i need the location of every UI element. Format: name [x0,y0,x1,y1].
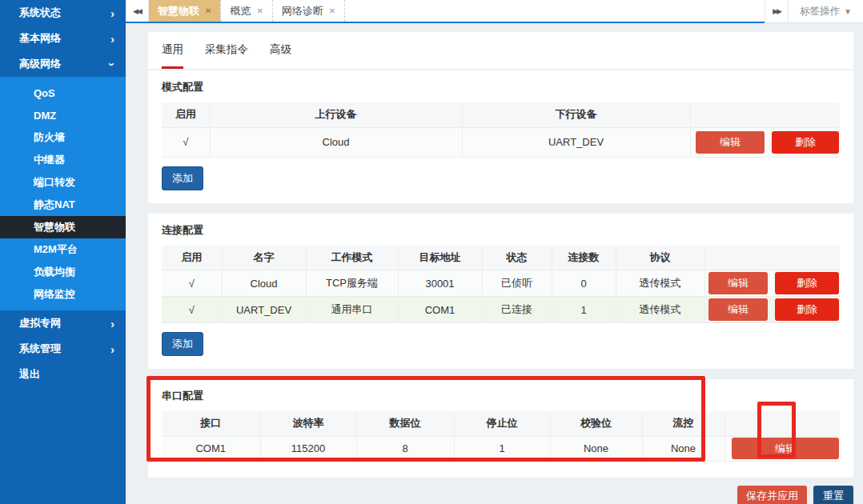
tab-network-diagnosis[interactable]: 网络诊断 ✕ [273,0,345,22]
tab-overview[interactable]: 概览 ✕ [220,0,272,22]
edit-button[interactable]: 编辑 [696,131,765,154]
sidebar-item-network-monitor[interactable]: 网络监控 [0,283,126,306]
protocol-value: 透传模式 [616,270,704,297]
tab-general[interactable]: 通用 [162,42,183,69]
close-icon[interactable]: ✕ [256,7,263,15]
tab-advanced[interactable]: 高级 [270,42,291,69]
name-value: UART_DEV [222,297,306,323]
reset-button[interactable]: 重置 [813,486,853,504]
sidebar-item-label: 退出 [19,367,40,382]
sidebar-item-dmz[interactable]: DMZ [0,104,126,126]
enable-check: √ [162,270,222,297]
chevron-down-icon: › [106,62,118,66]
tab-operations-dropdown[interactable]: 标签操作 ▼ [788,0,863,22]
target-address-value: COM1 [398,297,482,323]
tab-label: 网络诊断 [282,4,323,18]
col-data-bits: 数据位 [356,411,454,436]
tab-label: 智慧物联 [158,4,199,18]
tab-smart-iot[interactable]: 智慧物联 ✕ [149,0,220,22]
mode-config-table: 启用 上行设备 下行设备 √ Cloud UART_DEV 编辑 [162,102,840,158]
mode-config-section: 模式配置 启用 上行设备 下行设备 √ Cloud UART_DEV [148,70,853,203]
col-interface: 接口 [162,411,260,436]
sidebar: 系统状态 › 基本网络 › 高级网络 › QoS DMZ 防火墙 中继器 端口转… [0,0,126,504]
uplink-device-value: Cloud [210,127,462,157]
tab-label: 概览 [230,4,251,18]
sidebar-item-qos[interactable]: QoS [0,82,126,104]
sidebar-item-static-nat[interactable]: 静态NAT [0,194,126,216]
close-icon[interactable]: ✕ [205,7,211,15]
sidebar-item-firewall[interactable]: 防火墙 [0,126,126,149]
scroll-tabs-left-button[interactable]: ◀◀ [126,0,149,22]
sidebar-item-label: 系统管理 [19,342,61,356]
connection-count-value: 0 [552,270,616,297]
delete-button[interactable]: 删除 [775,272,839,294]
double-chevron-left-icon: ◀◀ [133,7,141,15]
table-row: √ Cloud TCP服务端 30001 已侦听 0 透传模式 编辑 删除 [162,270,840,297]
sidebar-item-system-status[interactable]: 系统状态 › [0,0,126,26]
sidebar-item-logout[interactable]: 退出 [0,362,126,387]
col-enable: 启用 [162,246,222,270]
col-flow-control: 流控 [642,411,725,436]
parity-value: None [550,436,642,461]
table-row: √ UART_DEV 通用串口 COM1 已连接 1 透传模式 编辑 删除 [162,297,840,323]
edit-serial-button[interactable]: 编辑 [732,438,839,459]
sidebar-item-label: 基本网络 [19,31,61,46]
close-icon[interactable]: ✕ [329,7,335,15]
col-downlink-device: 下行设备 [462,102,690,127]
name-value: Cloud [222,270,306,297]
tab-collect-commands[interactable]: 采集指令 [205,42,248,69]
main-area: ◀◀ 智慧物联 ✕ 概览 ✕ 网络诊断 ✕ ▶▶ 标签操作 ▼ [126,0,863,504]
table-header-row: 启用 上行设备 下行设备 [162,102,840,127]
sidebar-item-basic-network[interactable]: 基本网络 › [0,26,126,51]
col-connection-count: 连接数 [552,246,616,270]
chevron-right-icon: › [110,7,114,19]
delete-button[interactable]: 删除 [772,131,839,154]
table-row: COM1 115200 8 1 None None 编辑 [162,436,840,461]
sidebar-item-port-forward[interactable]: 端口转发 [0,171,126,194]
edit-button[interactable]: 编辑 [708,272,768,294]
chevron-down-icon: ▼ [844,7,852,16]
sidebar-item-label: 系统状态 [19,6,61,20]
save-and-apply-button[interactable]: 保存并应用 [737,486,807,504]
delete-button[interactable]: 删除 [775,298,839,321]
section-title: 连接配置 [162,223,840,238]
status-value: 已侦听 [482,270,552,297]
col-enable: 启用 [162,102,210,127]
sidebar-item-repeater[interactable]: 中继器 [0,149,126,171]
double-chevron-right-icon: ▶▶ [773,7,781,15]
interface-value: COM1 [162,436,260,461]
stop-bits-value: 1 [454,436,550,461]
work-mode-value: 通用串口 [306,297,398,323]
table-header-row: 启用 名字 工作模式 目标地址 状态 连接数 协议 [162,246,840,270]
downlink-device-value: UART_DEV [462,127,690,157]
table-header-row: 接口 波特率 数据位 停止位 校验位 流控 [162,411,840,436]
sidebar-item-system-admin[interactable]: 系统管理 › [0,336,126,362]
sidebar-item-smart-iot[interactable]: 智慧物联 [0,216,126,238]
add-button[interactable]: 添加 [162,332,203,356]
data-bits-value: 8 [356,436,454,461]
top-tab-bar: ◀◀ 智慧物联 ✕ 概览 ✕ 网络诊断 ✕ ▶▶ 标签操作 ▼ [126,0,863,23]
col-uplink-device: 上行设备 [210,102,462,127]
col-status: 状态 [482,246,552,270]
sidebar-item-advanced-network[interactable]: 高级网络 › [0,51,126,77]
connection-config-table: 启用 名字 工作模式 目标地址 状态 连接数 协议 √ Cloud TCP服务 [162,246,840,324]
connection-count-value: 1 [552,297,616,323]
enable-check: √ [162,127,210,157]
section-title: 模式配置 [162,80,840,94]
add-button[interactable]: 添加 [162,166,203,190]
baud-rate-value: 115200 [260,436,356,461]
edit-button[interactable]: 编辑 [708,298,768,321]
sidebar-item-load-balance[interactable]: 负载均衡 [0,261,126,283]
tab-operations-label: 标签操作 [800,5,840,18]
advanced-network-submenu: QoS DMZ 防火墙 中继器 端口转发 静态NAT 智慧物联 M2M平台 负载… [0,77,126,310]
scroll-tabs-right-button[interactable]: ▶▶ [765,0,788,22]
sidebar-item-vpn[interactable]: 虚拟专网 › [0,310,126,336]
col-protocol: 协议 [616,246,704,270]
chevron-right-icon: › [110,343,114,355]
col-name: 名字 [222,246,306,270]
status-value: 已连接 [482,297,552,323]
col-baud-rate: 波特率 [260,411,356,436]
section-title: 串口配置 [162,389,840,403]
sidebar-item-m2m-platform[interactable]: M2M平台 [0,238,126,261]
footer-actions: 保存并应用 重置 [126,486,853,504]
